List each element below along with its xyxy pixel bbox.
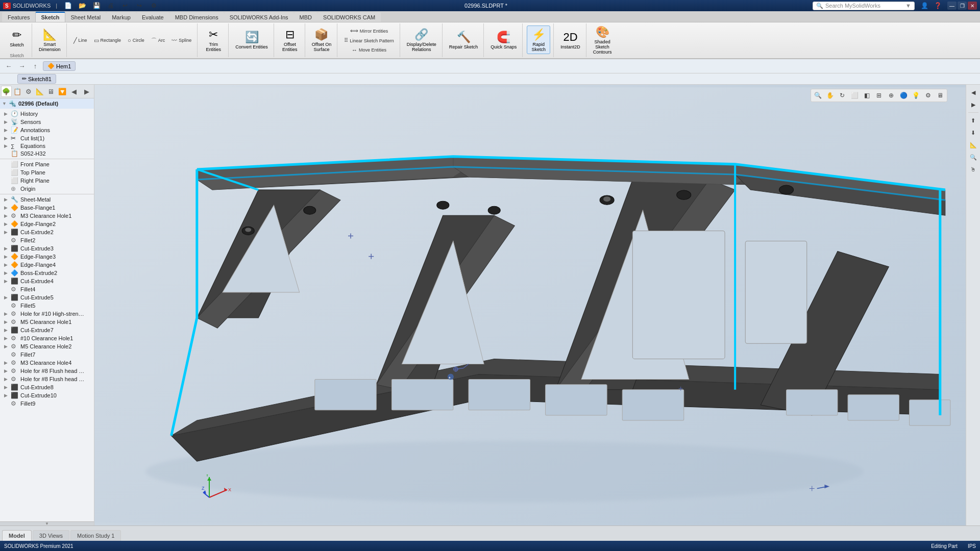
view-orient-btn[interactable]: ⬜ (849, 90, 860, 101)
tree-item-equations[interactable]: ▶ ∑ Equations (0, 142, 94, 149)
tree-item-hole-8-flush2[interactable]: ▶ ⚙ Hole for #8 Flush head Studs (FH (0, 375, 94, 383)
tree-item-edge-flange3[interactable]: ▶ 🔶 Edge-Flange3 (0, 253, 94, 261)
offset-entities-button[interactable]: ⊟ OffsetEntities (278, 26, 302, 54)
offset-on-surface-button[interactable]: 📦 Offset OnSurface (309, 26, 334, 54)
tree-item-edge-flange4[interactable]: ▶ 🔶 Edge-Flange4 (0, 261, 94, 269)
tree-item-fillet5[interactable]: ⚙ Fillet5 (0, 302, 94, 310)
save-btn[interactable]: 💾 (91, 0, 102, 11)
rp-btn-1[interactable]: ◀ (968, 87, 979, 98)
search-dropdown-icon[interactable]: ▼ (905, 3, 911, 9)
tree-item-s052[interactable]: 📋 S052-H32 (0, 149, 94, 158)
tree-item-fillet7[interactable]: ⚙ Fillet7 (0, 350, 94, 359)
restore-btn[interactable]: ❐ (958, 2, 967, 10)
tree-item-cut-extrude7[interactable]: ▶ ⬛ Cut-Extrude7 (0, 326, 94, 334)
trim-entities-button[interactable]: ✂ TrimEntities (202, 26, 225, 54)
rp-btn-5[interactable]: 📐 (968, 139, 979, 151)
pan-btn[interactable]: ✋ (824, 90, 836, 101)
tree-item-fillet2[interactable]: ⚙ Fillet2 (0, 236, 94, 244)
rp-btn-7[interactable]: 🖱 (968, 164, 979, 175)
tree-root[interactable]: ▼ 🔩 02996 (Default) (0, 98, 94, 109)
tree-item-cut-extrude4[interactable]: ▶ ⬛ Cut-Extrude4 (0, 277, 94, 285)
profile-btn[interactable]: 👤 (919, 0, 930, 11)
close-btn[interactable]: ✕ (968, 2, 977, 10)
rp-btn-3[interactable]: ⬆ (968, 115, 979, 126)
tree-item-sheet-metal[interactable]: ▶ 🔧 Sheet-Metal (0, 195, 94, 204)
linear-pattern-button[interactable]: ⠿ Linear Sketch Pattern (341, 36, 397, 45)
breadcrumb-sketch81[interactable]: ✏ Sketch81 (17, 74, 56, 84)
tab-motion-study[interactable]: Motion Study 1 (70, 530, 121, 541)
help-btn[interactable]: ❓ (932, 0, 943, 11)
section-view-btn[interactable]: ◧ (861, 90, 872, 101)
tab-evaluate[interactable]: Evaluate (136, 12, 169, 22)
line-btn[interactable]: ╱ Line (71, 36, 90, 45)
options-btn[interactable]: ⚙ (148, 0, 159, 11)
tab-model[interactable]: Model (2, 530, 32, 541)
tree-item-cut-extrude10[interactable]: ▶ ⬛ Cut-Extrude10 (0, 391, 94, 399)
redo-btn[interactable]: ↪ (134, 0, 145, 11)
sketch-button[interactable]: ✏ Sketch (5, 23, 29, 52)
tree-item-history[interactable]: ▶ 🕐 History (0, 110, 94, 118)
tree-item-fillet4[interactable]: ⚙ Fillet4 (0, 285, 94, 293)
zoom-to-fit-btn[interactable]: 🔍 (812, 90, 823, 101)
sidebar-tab-filter[interactable]: 🔽 (57, 86, 67, 97)
tree-item-cut-extrude8[interactable]: ▶ ⬛ Cut-Extrude8 (0, 383, 94, 391)
convert-entities-button[interactable]: 🔄 Convert Entities (233, 26, 271, 54)
instant2d-button[interactable]: 2D Instant2D (558, 26, 583, 54)
tab-markup[interactable]: Markup (106, 12, 136, 22)
tree-item-edge-flange2[interactable]: ▶ 🔶 Edge-Flange2 (0, 220, 94, 228)
tree-item-m3-hole1[interactable]: ▶ ⚙ M3 Clearance Hole1 (0, 212, 94, 220)
sidebar-tab-property[interactable]: 📋 (12, 86, 23, 97)
root-expand[interactable]: ▼ (2, 101, 7, 106)
smart-dimension-button[interactable]: 📐 SmartDimension (36, 26, 63, 54)
tab-mbd-dimensions[interactable]: MBD Dimensions (169, 12, 224, 22)
tab-3d-views[interactable]: 3D Views (33, 530, 69, 541)
rp-btn-6[interactable]: 🔍 (968, 152, 979, 163)
tree-item-m5-hole1[interactable]: ▶ ⚙ M5 Clearance Hole1 (0, 318, 94, 326)
tree-item-annotations[interactable]: ▶ 📝 Annotations (0, 126, 94, 134)
sidebar-tab-config[interactable]: ⚙ (23, 86, 34, 97)
cmd-up-btn[interactable]: ↑ (30, 61, 41, 72)
viewport[interactable]: + X (94, 85, 966, 525)
minimize-btn[interactable]: — (947, 2, 957, 10)
tab-addins[interactable]: SOLIDWORKS Add-Ins (224, 12, 294, 22)
rectangle-btn[interactable]: ▭ Rectangle (91, 36, 124, 45)
tree-item-top-plane[interactable]: ⬜ Top Plane (0, 168, 94, 177)
search-bar[interactable]: 🔍 Search MySolidWorks ▼ (813, 2, 915, 10)
repair-sketch-button[interactable]: 🔨 Repair Sketch (447, 26, 481, 54)
tree-item-10-hole1[interactable]: ▶ ⚙ #10 Clearance Hole1 (0, 334, 94, 342)
tree-item-base-flange[interactable]: ▶ 🔶 Base-Flange1 (0, 204, 94, 212)
cmd-forward-btn[interactable]: → (16, 61, 28, 72)
tab-features[interactable]: Features (2, 12, 35, 22)
rotate-btn[interactable]: ↻ (837, 90, 848, 101)
realview-btn[interactable]: 🖥 (935, 90, 946, 101)
rp-btn-4[interactable]: ⬇ (968, 127, 979, 138)
tree-item-fillet9[interactable]: ⚙ Fillet9 (0, 399, 94, 408)
shaded-contours-button[interactable]: 🎨 ShadedSketchContours (591, 26, 615, 54)
sidebar-tab-dxf[interactable]: 📐 (34, 86, 45, 97)
sidebar-tab-feature[interactable]: 🌳 (1, 86, 12, 97)
sidebar-tab-next[interactable]: ▶ (81, 86, 93, 97)
hide-show-btn[interactable]: ⊕ (886, 90, 897, 101)
breadcrumb-hem1[interactable]: 🔶 Hem1 (43, 61, 76, 71)
tree-item-cut-extrude2[interactable]: ▶ ⬛ Cut-Extrude2 (0, 228, 94, 236)
display-delete-button[interactable]: 🔗 Display/DeleteRelations (404, 26, 439, 54)
sidebar-tab-display[interactable]: 🖥 (45, 86, 56, 97)
tree-item-cutlist[interactable]: ▶ ✂ Cut list(1) (0, 134, 94, 142)
tab-sketch[interactable]: Sketch (35, 12, 65, 22)
cmd-back-btn[interactable]: ← (3, 61, 14, 72)
tab-cam[interactable]: SOLIDWORKS CAM (317, 12, 381, 22)
new-btn[interactable]: 📄 (62, 0, 74, 11)
move-entities-button[interactable]: ↔ Move Entities (349, 46, 389, 54)
tree-item-m5-hole2[interactable]: ▶ ⚙ M5 Clearance Hole2 (0, 342, 94, 350)
quick-snaps-button[interactable]: 🧲 Quick Snaps (488, 26, 519, 54)
open-btn[interactable]: 📂 (77, 0, 88, 11)
tree-item-cut-extrude5[interactable]: ▶ ⬛ Cut-Extrude5 (0, 293, 94, 302)
tab-mbd[interactable]: MBD (294, 12, 317, 22)
sidebar-tab-prev[interactable]: ◀ (68, 86, 80, 97)
undo-btn[interactable]: ↩ (119, 0, 131, 11)
rp-btn-2[interactable]: ▶ (968, 99, 979, 110)
tree-item-sensors[interactable]: ▶ 📡 Sensors (0, 118, 94, 126)
tree-item-hole-8-flush1[interactable]: ▶ ⚙ Hole for #8 Flush head Studs (FH (0, 367, 94, 375)
tab-sheet-metal[interactable]: Sheet Metal (65, 12, 107, 22)
display-style-btn[interactable]: ⊞ (873, 90, 885, 101)
